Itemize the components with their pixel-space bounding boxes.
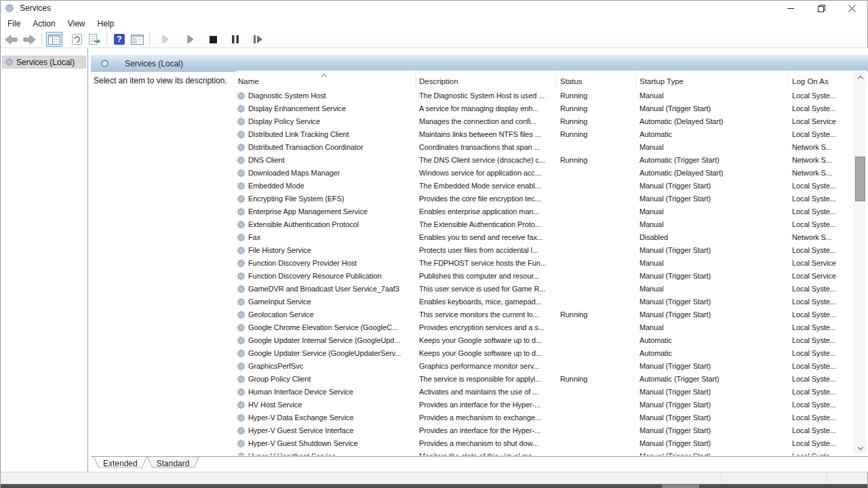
menu-action[interactable]: Action xyxy=(26,17,61,30)
table-row[interactable]: Fax Enables you to send and receive fax.… xyxy=(232,231,854,244)
restore-button[interactable] xyxy=(806,1,837,16)
show-console-tree-button[interactable] xyxy=(46,32,62,47)
export-list-button[interactable] xyxy=(86,32,102,47)
service-startup-type: Automatic (Trigger Start) xyxy=(639,154,787,167)
menu-file[interactable]: File xyxy=(1,17,26,30)
table-row[interactable]: GraphicsPerfSvc Graphics performance mon… xyxy=(232,360,854,373)
back-arrow-icon xyxy=(5,35,18,44)
service-status xyxy=(560,167,635,180)
table-row[interactable]: GameDVR and Broadcast User Service_7aaf3… xyxy=(232,283,854,296)
service-name: Encrypting File System (EFS) xyxy=(248,192,414,205)
table-row[interactable]: Function Discovery Provider Host The FDP… xyxy=(232,257,854,270)
table-row[interactable]: Downloaded Maps Manager Windows service … xyxy=(232,167,854,180)
vertical-scrollbar[interactable] xyxy=(854,72,865,453)
service-description: Enables you to send and receive fax... xyxy=(419,231,555,244)
table-row[interactable]: GameInput Service Enables keyboards, mic… xyxy=(232,296,854,308)
table-row[interactable]: Google Updater Internal Service (GoogleU… xyxy=(232,334,854,347)
forward-button[interactable] xyxy=(21,32,37,47)
table-row[interactable]: Google Updater Service (GoogleUpdaterSer… xyxy=(232,347,854,360)
start-service-button[interactable] xyxy=(157,32,174,47)
table-row[interactable]: Group Policy Client The service is respo… xyxy=(232,373,854,386)
service-gear-icon xyxy=(237,156,245,165)
tree-item-services-local[interactable]: Services (Local) xyxy=(2,56,86,68)
service-name: Hyper-V Heartbeat Service xyxy=(248,450,414,455)
scroll-up-button[interactable] xyxy=(854,72,866,83)
table-row[interactable]: Encrypting File System (EFS) Provides th… xyxy=(232,192,854,205)
service-status: Running xyxy=(560,89,635,102)
service-name: Enterprise App Management Service xyxy=(248,205,414,218)
close-button[interactable] xyxy=(837,1,867,16)
table-row[interactable]: Hyper-V Heartbeat Service Monitors the s… xyxy=(232,450,854,455)
service-startup-type: Manual (Trigger Start) xyxy=(639,450,787,455)
table-row[interactable]: Hyper-V Data Exchange Service Provides a… xyxy=(232,411,854,424)
service-status xyxy=(560,192,635,205)
table-row[interactable]: File History Service Protects user files… xyxy=(232,244,854,257)
table-row[interactable]: Google Chrome Elevation Service (GoogleC… xyxy=(232,321,854,334)
scroll-down-button[interactable] xyxy=(854,442,866,453)
stop-service-button[interactable] xyxy=(205,32,221,47)
taskbar-edge-strip xyxy=(1,484,867,488)
table-row[interactable]: Geolocation Service This service monitor… xyxy=(232,308,854,321)
table-row[interactable]: Diagnostic System Host The Diagnostic Sy… xyxy=(232,89,854,102)
service-log-on-as: Local Syste... xyxy=(792,296,853,308)
service-name: Hyper-V Data Exchange Service xyxy=(248,411,414,424)
table-row[interactable]: HV Host Service Provides an interface fo… xyxy=(232,399,854,411)
service-description: This user service is used for Game R... xyxy=(419,283,555,296)
table-row[interactable]: Distributed Link Tracking Client Maintai… xyxy=(232,128,854,141)
scrollbar-thumb[interactable] xyxy=(855,157,865,201)
service-gear-icon xyxy=(237,272,245,281)
resume-service-button[interactable] xyxy=(182,32,199,47)
service-startup-type: Manual (Trigger Start) xyxy=(639,411,787,424)
window-title: Services xyxy=(20,3,51,13)
service-description: The FDPHOST service hosts the Fun... xyxy=(419,257,555,270)
service-log-on-as: Local Syste... xyxy=(792,283,853,296)
service-log-on-as: Local Syste... xyxy=(792,192,853,205)
service-startup-type: Manual (Trigger Start) xyxy=(639,437,787,450)
service-startup-type: Disabled xyxy=(639,231,787,244)
table-row[interactable]: Display Enhancement Service A service fo… xyxy=(232,102,854,115)
toolbar-separator xyxy=(41,33,42,45)
service-status xyxy=(560,360,635,373)
minimize-icon xyxy=(787,5,795,12)
pause-service-button[interactable] xyxy=(227,32,243,47)
table-row[interactable]: DNS Client The DNS Client service (dnsca… xyxy=(232,154,854,167)
service-description: Enables enterprise application man... xyxy=(419,205,555,218)
service-gear-icon xyxy=(237,143,245,152)
refresh-button[interactable] xyxy=(68,32,85,47)
menu-help[interactable]: Help xyxy=(92,17,121,30)
column-header-startup-type[interactable]: Startup Type xyxy=(636,70,789,88)
show-properties-button[interactable] xyxy=(129,32,145,47)
service-startup-type: Automatic (Trigger Start) xyxy=(639,373,787,386)
table-row[interactable]: Embedded Mode The Embedded Mode service … xyxy=(232,180,854,192)
tab-extended[interactable]: Extended xyxy=(94,457,147,470)
column-header-status[interactable]: Status xyxy=(557,70,636,88)
restore-icon xyxy=(818,5,825,12)
help-button[interactable]: ? xyxy=(111,32,127,47)
service-name: Distributed Link Tracking Client xyxy=(248,128,414,141)
main-area: Services (Local) Services (Local) Select… xyxy=(1,48,867,472)
restart-service-button[interactable] xyxy=(250,32,266,47)
menu-view[interactable]: View xyxy=(62,17,92,30)
service-name: Fax xyxy=(248,231,414,244)
table-row[interactable]: Hyper-V Guest Shutdown Service Provides … xyxy=(232,437,854,450)
column-header-log-on-as[interactable]: Log On As xyxy=(789,70,854,88)
table-row[interactable]: Hyper-V Guest Service Interface Provides… xyxy=(232,424,854,437)
table-row[interactable]: Human Interface Device Service Activates… xyxy=(232,386,854,399)
service-gear-icon xyxy=(237,130,245,139)
services-list: Name Description Status Startup Type Log… xyxy=(232,70,867,455)
table-row[interactable]: Distributed Transaction Coordinator Coor… xyxy=(232,141,854,154)
table-row[interactable]: Extensible Authentication Protocol The E… xyxy=(232,218,854,231)
minimize-button[interactable] xyxy=(776,1,806,16)
service-description: This service monitors the current lo... xyxy=(419,308,555,321)
title-bar: Services xyxy=(1,1,867,16)
table-row[interactable]: Function Discovery Resource Publication … xyxy=(232,270,854,283)
service-startup-type: Manual (Trigger Start) xyxy=(639,102,787,115)
table-row[interactable]: Enterprise App Management Service Enable… xyxy=(232,205,854,218)
tab-standard[interactable]: Standard xyxy=(147,457,199,470)
service-gear-icon xyxy=(237,92,245,100)
table-row[interactable]: Display Policy Service Manages the conne… xyxy=(232,115,854,128)
back-button[interactable] xyxy=(3,32,20,47)
menu-bar: File Action View Help xyxy=(1,16,867,31)
column-header-description[interactable]: Description xyxy=(416,70,557,88)
statusbar-divider xyxy=(827,474,827,483)
